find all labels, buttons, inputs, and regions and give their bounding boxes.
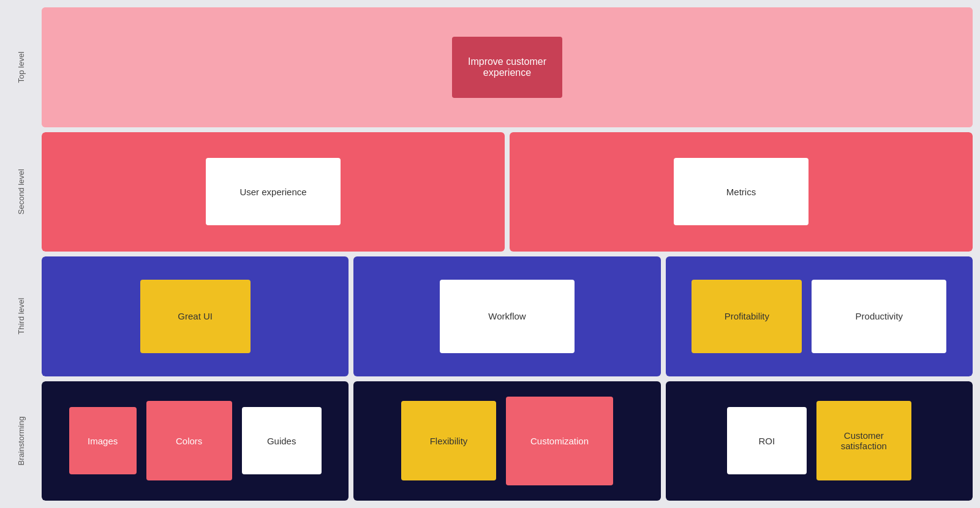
second-cell-1: User experience — [42, 132, 505, 252]
customization-card[interactable]: Customization — [506, 397, 613, 485]
label-brainstorm: Brainstorming — [0, 381, 42, 501]
row-brainstorm: Brainstorming Images Colors Guides Flexi… — [0, 381, 973, 501]
third-cell-3: Profitability Productivity — [666, 256, 973, 376]
images-card[interactable]: Images — [69, 407, 137, 474]
third-cell-1: Great UI — [42, 256, 349, 376]
row-top: Top level Improve customer experience — [0, 7, 973, 127]
productivity-card[interactable]: Productivity — [812, 280, 946, 353]
third-cell-2: Workflow — [353, 256, 660, 376]
colors-card[interactable]: Colors — [146, 401, 232, 480]
roi-card[interactable]: ROI — [727, 407, 807, 474]
row-top-content: Improve customer experience — [42, 7, 973, 127]
guides-card[interactable]: Guides — [242, 407, 322, 474]
workflow-card[interactable]: Workflow — [440, 280, 575, 353]
top-band: Improve customer experience — [42, 7, 973, 127]
metrics-card[interactable]: Metrics — [674, 158, 809, 225]
label-second: Second level — [0, 132, 42, 252]
label-top: Top level — [0, 7, 42, 127]
profitability-card[interactable]: Profitability — [692, 280, 802, 353]
row-third-content: Great UI Workflow Profitability Producti… — [42, 256, 973, 376]
label-third: Third level — [0, 256, 42, 376]
main-container: Top level Improve customer experience Se… — [0, 0, 980, 508]
row-brainstorm-content: Images Colors Guides Flexibility Customi… — [42, 381, 973, 501]
row-second-content: User experience Metrics — [42, 132, 973, 252]
brainstorm-cell-3: ROI Customer satisfaction — [666, 381, 973, 501]
great-ui-card[interactable]: Great UI — [140, 280, 251, 353]
row-second: Second level User experience Metrics — [0, 132, 973, 252]
user-experience-card[interactable]: User experience — [206, 158, 341, 225]
brainstorm-cell-1: Images Colors Guides — [42, 381, 349, 501]
top-center-card[interactable]: Improve customer experience — [452, 37, 562, 98]
brainstorm-cell-2: Flexibility Customization — [353, 381, 660, 501]
flexibility-card[interactable]: Flexibility — [401, 401, 496, 480]
row-third: Third level Great UI Workflow Profitabil… — [0, 256, 973, 376]
second-cell-2: Metrics — [510, 132, 973, 252]
customer-satisfaction-card[interactable]: Customer satisfaction — [816, 401, 911, 480]
